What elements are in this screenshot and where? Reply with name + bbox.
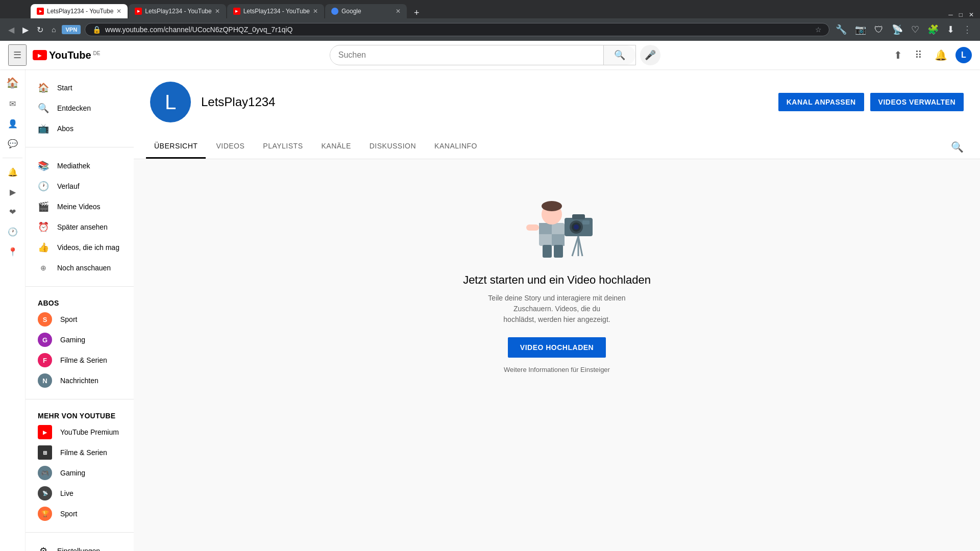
leftbar-library-icon[interactable]: 👤 (5, 116, 21, 132)
tab-diskussion[interactable]: DISKUSSION (361, 135, 424, 159)
tab-videos[interactable]: VIDEOS (208, 135, 253, 159)
minimize-button[interactable]: ─ (948, 11, 953, 18)
svg-point-4 (542, 201, 562, 211)
tab-close-2[interactable]: ✕ (215, 8, 220, 15)
new-tab-button[interactable]: + (410, 8, 424, 18)
vpn-badge[interactable]: VPN (62, 25, 81, 34)
youtube-app: ☰ YouTube DE 🔍 🎤 ⬆ ⠿ 🔔 L (0, 41, 980, 551)
sidebar-item-gaming[interactable]: G Gaming (26, 330, 134, 350)
forward-button[interactable]: ▶ (20, 23, 31, 37)
watch-next-icon: ⊕ (38, 262, 49, 273)
tab-kanaele[interactable]: KANÄLE (313, 135, 359, 159)
sidebar-label-nachrichten: Nachrichten (60, 377, 99, 385)
sidebar-item-sport2[interactable]: 🏆 Sport (26, 504, 134, 524)
divider-2 (26, 286, 134, 287)
back-button[interactable]: ◀ (6, 23, 16, 37)
heart-icon[interactable]: ♡ (909, 22, 921, 37)
sidebar-item-gaming2[interactable]: 🎮 Gaming (26, 463, 134, 483)
sidebar-item-live[interactable]: 📡 Live (26, 483, 134, 504)
sidebar-item-filme[interactable]: F Filme & Serien (26, 350, 134, 370)
svg-rect-1 (539, 223, 552, 234)
leftbar-chat-icon[interactable]: 💬 (5, 136, 21, 152)
leftbar-subscriptions-icon[interactable]: ✉ (6, 96, 19, 112)
bookmark-icon[interactable]: ☆ (815, 26, 822, 34)
home-button[interactable]: ⌂ (50, 23, 58, 36)
empty-state-desc: Teile deine Story und interagiere mit de… (470, 293, 644, 325)
maximize-button[interactable]: □ (959, 11, 963, 18)
apps-button[interactable]: ⠿ (911, 45, 926, 65)
sidebar-item-sport[interactable]: S Sport (26, 309, 134, 330)
block-icon[interactable]: 🛡 (872, 22, 886, 37)
sidebar-item-noch-anschauen[interactable]: ⊕ Noch anschauen (26, 258, 134, 278)
sidebar-item-meine-videos[interactable]: 🎬 Meine Videos (26, 196, 134, 217)
reload-button[interactable]: ↻ (35, 23, 45, 37)
toolbar-icons: 🔧 📷 🛡 📡 ♡ 🧩 ⬇ ⋮ (834, 22, 974, 37)
sidebar-nav-section: 🏠 Start 🔍 Entdecken 📺 Abos (26, 73, 134, 143)
tab-close-3[interactable]: ✕ (313, 8, 318, 15)
sidebar-settings-section: ⚙ Einstellungen (26, 537, 134, 551)
sidebar-item-liked[interactable]: 👍 Videos, die ich mag (26, 237, 134, 258)
sidebar-abos-section: ABOS S Sport G Gaming F Filme & Serien (26, 291, 134, 395)
browser-tab-2[interactable]: ▶ LetsPlay1234 - YouTube ✕ (129, 4, 226, 18)
user-avatar[interactable]: L (955, 47, 972, 63)
beginner-link[interactable]: Weitere Informationen für Einsteiger (504, 366, 610, 373)
sidebar-label-gaming: Gaming (60, 336, 85, 344)
upload-button[interactable]: ⬆ (890, 45, 906, 65)
sidebar-item-entdecken[interactable]: 🔍 Entdecken (26, 98, 134, 118)
notifications-button[interactable]: 🔔 (930, 45, 951, 65)
video-hochladen-button[interactable]: VIDEO HOCHLADEN (508, 337, 606, 358)
tab-close-1[interactable]: ✕ (116, 8, 121, 15)
leftbar-notifications-icon[interactable]: 🔔 (5, 164, 21, 180)
sidebar-label-einstellungen: Einstellungen (57, 547, 100, 551)
leftbar-heart-icon[interactable]: ❤ (6, 204, 19, 220)
search-input[interactable] (330, 46, 603, 64)
svg-rect-5 (526, 224, 539, 231)
sidebar-item-start[interactable]: 🏠 Start (26, 78, 134, 98)
leftbar-location-icon[interactable]: 📍 (5, 244, 21, 260)
lock-icon: 🔒 (92, 26, 101, 34)
leftbar-play-icon[interactable]: ▶ (7, 184, 19, 200)
tab-favicon-3: ▶ (233, 8, 240, 15)
sidebar-item-mediathek[interactable]: 📚 Mediathek (26, 156, 134, 176)
address-bar-container[interactable]: 🔒 ☆ (85, 23, 829, 36)
camera-icon[interactable]: 📷 (853, 22, 868, 37)
mic-button[interactable]: 🎤 (640, 45, 660, 65)
tab-title-4: Google (341, 8, 393, 15)
leftbar-history-icon[interactable]: 🕐 (5, 224, 21, 240)
leftbar-home-icon[interactable]: 🏠 (3, 73, 22, 92)
extensions-icon[interactable]: 🔧 (834, 22, 849, 37)
tab-close-4[interactable]: ✕ (396, 8, 401, 15)
close-button[interactable]: ✕ (969, 11, 974, 18)
puzzle-icon[interactable]: 🧩 (925, 22, 941, 37)
sidebar-library-section: 📚 Mediathek 🕐 Verlauf 🎬 Meine Videos ⏰ S… (26, 152, 134, 282)
youtube-logo[interactable]: YouTube DE (33, 49, 100, 61)
tab-kanalinfo[interactable]: KANALINFO (426, 135, 485, 159)
hamburger-menu-button[interactable]: ☰ (8, 44, 27, 66)
divider-3 (26, 399, 134, 399)
sidebar-item-yt-premium[interactable]: ▶ YouTube Premium (26, 422, 134, 442)
sidebar-item-abos[interactable]: 📺 Abos (26, 118, 134, 139)
browser-tab-1[interactable]: ▶ LetsPlay1234 - YouTube ✕ (31, 4, 128, 18)
settings-icon: ⚙ (38, 545, 49, 551)
download-icon[interactable]: ⬇ (945, 22, 957, 37)
search-button[interactable]: 🔍 (603, 45, 635, 65)
browser-tab-3[interactable]: ▶ LetsPlay1234 - YouTube ✕ (227, 4, 324, 18)
sidebar-item-verlauf[interactable]: 🕐 Verlauf (26, 176, 134, 196)
sidebar-item-nachrichten[interactable]: N Nachrichten (26, 370, 134, 391)
svg-rect-7 (543, 245, 552, 258)
sidebar-label-sport: Sport (60, 315, 77, 323)
videos-verwalten-button[interactable]: VIDEOS VERWALTEN (870, 93, 964, 111)
browser-tab-4[interactable]: Google ✕ (325, 4, 407, 18)
tab-uebersicht[interactable]: ÜBERSICHT (146, 135, 206, 159)
sidebar-item-spaeter[interactable]: ⏰ Später ansehen (26, 217, 134, 237)
kanal-anpassen-button[interactable]: KANAL ANPASSEN (778, 93, 864, 111)
sidebar-item-einstellungen[interactable]: ⚙ Einstellungen (26, 541, 134, 551)
cast-icon[interactable]: 📡 (890, 22, 905, 37)
menu-dots-icon[interactable]: ⋮ (961, 22, 974, 37)
address-bar[interactable] (105, 26, 811, 34)
filme-channel-icon: F (38, 353, 52, 367)
channel-search-button[interactable]: 🔍 (947, 137, 968, 157)
sidebar-label-noch: Noch anschauen (57, 264, 111, 272)
tab-playlists[interactable]: PLAYLISTS (255, 135, 311, 159)
sidebar-item-filme-serien[interactable]: ⊞ Filme & Serien (26, 442, 134, 463)
